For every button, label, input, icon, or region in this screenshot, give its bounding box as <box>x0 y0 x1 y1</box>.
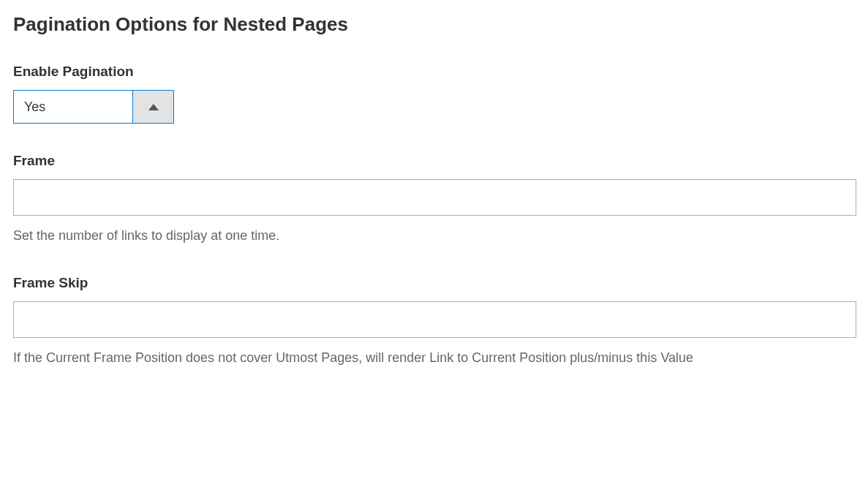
frame-skip-field: Frame Skip If the Current Frame Position… <box>13 275 855 368</box>
frame-input[interactable] <box>13 179 856 216</box>
frame-skip-label: Frame Skip <box>13 275 855 291</box>
enable-pagination-label: Enable Pagination <box>13 64 855 80</box>
page-title: Pagination Options for Nested Pages <box>13 13 855 36</box>
enable-pagination-field: Enable Pagination Yes <box>13 64 855 124</box>
frame-help-text: Set the number of links to display at on… <box>13 226 855 246</box>
frame-field: Frame Set the number of links to display… <box>13 153 855 246</box>
frame-skip-help-text: If the Current Frame Position does not c… <box>13 348 855 368</box>
enable-pagination-value: Yes <box>14 91 132 123</box>
dropdown-toggle-button[interactable] <box>132 91 173 123</box>
frame-label: Frame <box>13 153 855 169</box>
caret-up-icon <box>148 104 159 110</box>
frame-skip-input[interactable] <box>13 301 856 338</box>
enable-pagination-dropdown[interactable]: Yes <box>13 90 174 124</box>
